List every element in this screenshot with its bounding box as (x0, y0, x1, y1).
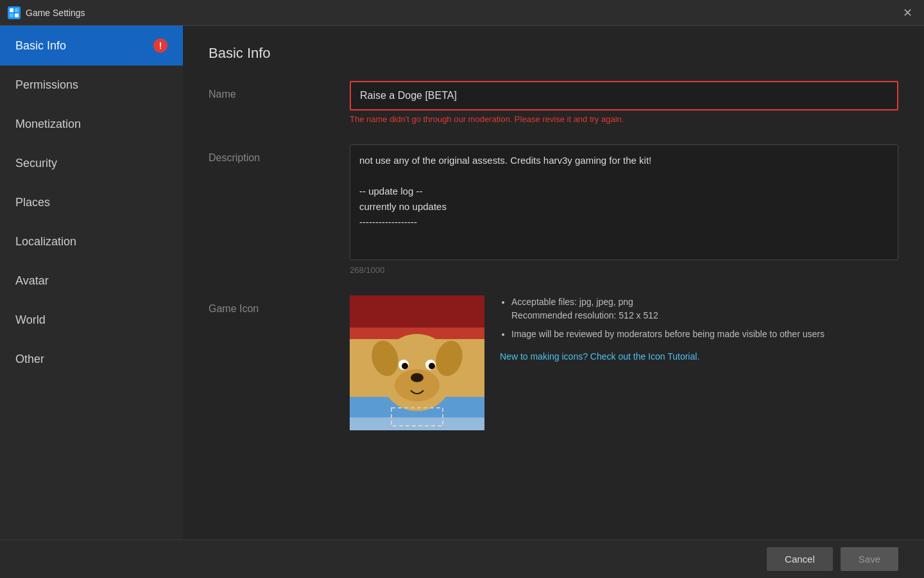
svg-point-10 (411, 373, 424, 382)
svg-point-13 (402, 363, 408, 369)
sidebar-item-monetization[interactable]: Monetization (0, 105, 183, 144)
sidebar-item-avatar[interactable]: Avatar (0, 261, 183, 301)
name-row: Name The name didn't go through our mode… (209, 81, 898, 124)
description-label: Description (209, 144, 350, 164)
save-button[interactable]: Save (841, 547, 898, 571)
sidebar-item-world[interactable]: World (0, 301, 183, 340)
sidebar-item-basic-info[interactable]: Basic Info ! (0, 26, 183, 66)
char-count: 268/1000 (350, 265, 898, 275)
game-icon-req-2: Image will be reviewed by moderators bef… (511, 328, 825, 341)
title-bar: Game Settings ✕ (0, 0, 924, 26)
svg-point-14 (429, 363, 435, 369)
game-icon-content: Acceptable files: jpg, jpeg, png Recomme… (350, 295, 898, 430)
game-icon-label: Game Icon (209, 295, 350, 315)
svg-rect-18 (350, 417, 484, 430)
svg-rect-0 (10, 8, 13, 12)
sidebar-label-places: Places (15, 196, 50, 209)
sidebar-label-localization: Localization (15, 235, 76, 249)
sidebar-item-security[interactable]: Security (0, 144, 183, 183)
description-field-wrapper: not use any of the original assests. Cre… (350, 144, 898, 275)
icon-tutorial-link[interactable]: New to making icons? Check out the Icon … (500, 351, 699, 362)
close-button[interactable]: ✕ (899, 4, 916, 21)
main-layout: Basic Info ! Permissions Monetization Se… (0, 26, 924, 539)
sidebar-label-permissions: Permissions (15, 78, 78, 92)
bottom-bar: Cancel Save (0, 539, 924, 578)
title-bar-left: Game Settings (8, 6, 85, 19)
sidebar: Basic Info ! Permissions Monetization Se… (0, 26, 183, 539)
name-error-message: The name didn't go through our moderatio… (350, 114, 898, 124)
game-icon-image[interactable] (350, 295, 484, 430)
game-icon-req-1: Acceptable files: jpg, jpeg, png Recomme… (511, 295, 825, 322)
game-icon-info-panel: Acceptable files: jpg, jpeg, png Recomme… (500, 295, 825, 362)
sidebar-label-security: Security (15, 157, 57, 170)
svg-rect-4 (350, 295, 484, 328)
sidebar-label-world: World (15, 313, 46, 327)
svg-rect-1 (15, 8, 19, 12)
name-input[interactable] (350, 81, 898, 110)
page-title: Basic Info (209, 45, 898, 62)
desc-wrapper: not use any of the original assests. Cre… (350, 144, 898, 263)
svg-rect-2 (10, 13, 13, 17)
description-textarea[interactable]: not use any of the original assests. Cre… (350, 144, 898, 260)
sidebar-item-localization[interactable]: Localization (0, 222, 183, 261)
name-label: Name (209, 81, 350, 100)
game-icon-row: Game Icon (209, 295, 898, 430)
svg-rect-3 (15, 13, 19, 17)
game-icon-requirements: Acceptable files: jpg, jpeg, png Recomme… (500, 295, 825, 341)
sidebar-item-other[interactable]: Other (0, 340, 183, 379)
content-area: Basic Info Name The name didn't go throu… (183, 26, 924, 539)
sidebar-label-monetization: Monetization (15, 118, 81, 131)
description-row: Description not use any of the original … (209, 144, 898, 275)
sidebar-label-basic-info: Basic Info (15, 39, 66, 53)
error-badge-basic-info: ! (153, 39, 167, 53)
name-field-wrapper: The name didn't go through our moderatio… (350, 81, 898, 124)
cancel-button[interactable]: Cancel (767, 547, 833, 571)
sidebar-label-other: Other (15, 353, 44, 366)
sidebar-label-avatar: Avatar (15, 274, 49, 288)
app-logo (8, 6, 21, 19)
sidebar-item-permissions[interactable]: Permissions (0, 66, 183, 105)
window-title: Game Settings (26, 8, 85, 18)
sidebar-item-places[interactable]: Places (0, 183, 183, 222)
